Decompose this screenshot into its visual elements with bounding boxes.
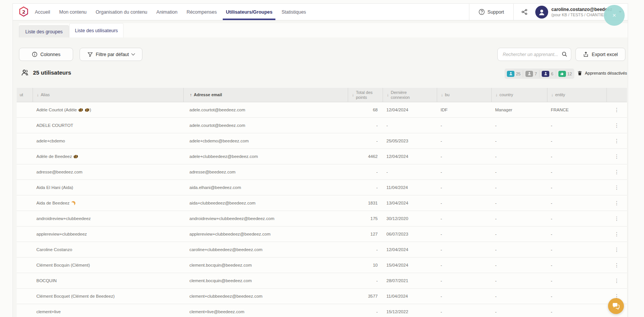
column-header-ut[interactable]: ut xyxy=(17,88,33,102)
table-row[interactable]: adresse@beedeez.comadresse@beedeez.com--… xyxy=(17,164,627,180)
column-label: Adresse email xyxy=(194,92,222,97)
tab-liste-des-utilisateurs[interactable]: Liste des utilisateurs xyxy=(69,23,123,37)
country-cell: - xyxy=(491,180,547,195)
disabled-learners-button[interactable]: Apprenants désactivés xyxy=(577,70,627,76)
entity-cell: - xyxy=(547,258,606,273)
support-button[interactable]: Support xyxy=(469,4,513,20)
entity-cell: - xyxy=(547,133,606,148)
row-menu-button[interactable]: ⋮ xyxy=(611,168,622,176)
nav-item-organisation-du-contenu[interactable]: Organisation du contenu xyxy=(96,4,147,20)
row-menu-button[interactable]: ⋮ xyxy=(611,246,622,253)
row-menu-button[interactable]: ⋮ xyxy=(611,122,622,129)
badge-user-gray-icon[interactable]: 7 xyxy=(523,70,539,77)
share-button[interactable] xyxy=(513,4,535,20)
statut-cell xyxy=(17,133,33,148)
country-cell: Manager xyxy=(491,102,547,117)
top-nav: 2 AccueilMon contenuOrganisation du cont… xyxy=(13,4,628,20)
nav-item-recompenses[interactable]: Récompenses xyxy=(186,4,217,20)
column-label: entity xyxy=(555,92,565,97)
column-header-alias[interactable]: ↓Alias xyxy=(33,88,183,102)
column-header-derniere-connexion[interactable]: ↓Dernière connexion xyxy=(383,88,437,102)
search-input[interactable] xyxy=(497,48,571,61)
nav-item-statistiques[interactable]: Statistiques xyxy=(281,4,306,20)
statut-cell xyxy=(17,102,33,117)
export-excel-button[interactable]: Export excel xyxy=(575,48,625,61)
row-menu-button[interactable]: ⋮ xyxy=(611,230,622,238)
table-row[interactable]: ADELE COURTOTadele.courtot@beedeez.com--… xyxy=(17,118,627,133)
table-row[interactable]: Caroline Costanzocaroline+clubbeedeez@be… xyxy=(17,242,627,258)
table-row[interactable]: androidreview+clubbeedeezandroidreview+c… xyxy=(17,211,627,226)
export-icon xyxy=(583,52,589,57)
tab-liste-des-groupes[interactable]: Liste des groupes xyxy=(19,25,69,37)
table-row[interactable]: Clément Bocquin (Clément)clement.bocquin… xyxy=(17,258,627,273)
column-header-entity[interactable]: ↓entity xyxy=(547,88,606,102)
nav-item-animation[interactable]: Animation xyxy=(156,4,178,20)
alias-cell: clement+live xyxy=(33,304,183,317)
last-connection-cell: 25/05/2023 xyxy=(383,133,437,148)
statut-cell xyxy=(17,242,33,257)
row-menu-button[interactable]: ⋮ xyxy=(611,106,622,114)
table-row[interactable]: adele+cbdemoadele+cbdemo@beedeez.com-25/… xyxy=(17,133,627,149)
table-row[interactable]: Adèle de Beedeezadele+clubbeedeez@beedee… xyxy=(17,149,627,164)
search-icon[interactable] xyxy=(561,51,567,57)
column-header-country[interactable]: ↓country xyxy=(491,88,547,102)
column-label: Alias xyxy=(41,92,50,97)
table-row[interactable]: applereview+clubbeedeezapplereview+clubb… xyxy=(17,226,627,242)
points-cell: 1831 xyxy=(348,195,383,211)
bee-icon xyxy=(73,154,78,159)
email-cell: clement.bocquin@beedeez.com xyxy=(183,273,348,288)
badge-user-navy-icon[interactable]: 6 xyxy=(539,70,555,77)
entity-cell: - xyxy=(547,226,606,242)
points-cell: 127 xyxy=(348,226,383,242)
row-menu-button[interactable]: ⋮ xyxy=(611,184,622,191)
bee-icon xyxy=(78,108,83,112)
statut-cell xyxy=(17,211,33,226)
beedeez-logo-icon[interactable]: 2 xyxy=(19,6,29,17)
badge-learners-icon[interactable]: 25 xyxy=(505,70,523,77)
table-row[interactable]: clement+liveclement+live@beedeez.com-15/… xyxy=(17,304,627,317)
row-menu-button[interactable]: ⋮ xyxy=(611,215,622,222)
nav-item-utilisateurs-groupes[interactable]: Utilisateurs/Groupes xyxy=(226,4,272,20)
share-icon xyxy=(521,9,528,15)
last-connection-cell: 15/12/2022 xyxy=(383,304,437,317)
bu-cell: - xyxy=(437,304,491,317)
users-icon xyxy=(21,69,30,76)
filter-label: Filtre par défaut xyxy=(96,52,129,57)
table-row[interactable]: Adèle Courtot (Adèle)adele.courtot@beede… xyxy=(17,102,627,118)
screen: 2 AccueilMon contenuOrganisation du cont… xyxy=(0,0,644,317)
alias-cell: Aida de Beedeez xyxy=(33,195,183,211)
country-cell: - xyxy=(491,211,547,226)
column-header-bu[interactable]: ↓bu xyxy=(437,88,491,102)
email-cell: aida.elhani@beedeez.com xyxy=(183,180,348,195)
badge-thumb-up-icon[interactable]: 12 xyxy=(556,70,574,77)
badge-value: 12 xyxy=(567,72,572,76)
row-menu-button[interactable]: ⋮ xyxy=(611,261,622,269)
close-overlay-button[interactable]: × xyxy=(604,5,625,26)
row-menu-button[interactable]: ⋮ xyxy=(611,153,622,160)
bu-cell: - xyxy=(437,164,491,180)
users-table: ut↓Alias↑Adresse email↓Total des points↓… xyxy=(17,88,627,317)
chat-button[interactable] xyxy=(608,298,624,314)
filter-button[interactable]: Filtre par défaut xyxy=(80,48,142,61)
table-body: Adèle Courtot (Adèle)adele.courtot@beede… xyxy=(17,102,627,317)
nav-item-mon-contenu[interactable]: Mon contenu xyxy=(59,4,86,20)
entity-cell: - xyxy=(547,180,606,195)
entity-cell: - xyxy=(547,118,606,133)
table-row[interactable]: BOCQUINclement.bocquin@beedeez.com-28/07… xyxy=(17,273,627,289)
user-count: 25 utilisateurs xyxy=(21,69,71,76)
column-header-total-des-points[interactable]: ↓Total des points xyxy=(348,88,383,102)
table-row[interactable]: Clément Bocquet (Clément de Beedeez)clem… xyxy=(17,289,627,304)
columns-button[interactable]: Colonnes xyxy=(19,48,73,61)
last-connection-cell: 06/07/2023 xyxy=(383,226,437,242)
row-menu-button[interactable]: ⋮ xyxy=(611,277,622,284)
nav-item-accueil[interactable]: Accueil xyxy=(35,4,50,20)
table-row[interactable]: Aida de Beedeezaida+clubbeedeez@beedeez.… xyxy=(17,195,627,211)
chevron-down-icon xyxy=(131,52,135,56)
column-header-adresse-email[interactable]: ↑Adresse email xyxy=(183,88,348,102)
row-menu-button[interactable]: ⋮ xyxy=(611,199,622,207)
table-row[interactable]: Aida El Hani (Aida)aida.elhani@beedeez.c… xyxy=(17,180,627,195)
close-icon: × xyxy=(613,12,616,19)
bu-cell: - xyxy=(437,133,491,148)
row-menu-button[interactable]: ⋮ xyxy=(611,137,622,145)
last-connection-cell: - xyxy=(383,118,437,133)
